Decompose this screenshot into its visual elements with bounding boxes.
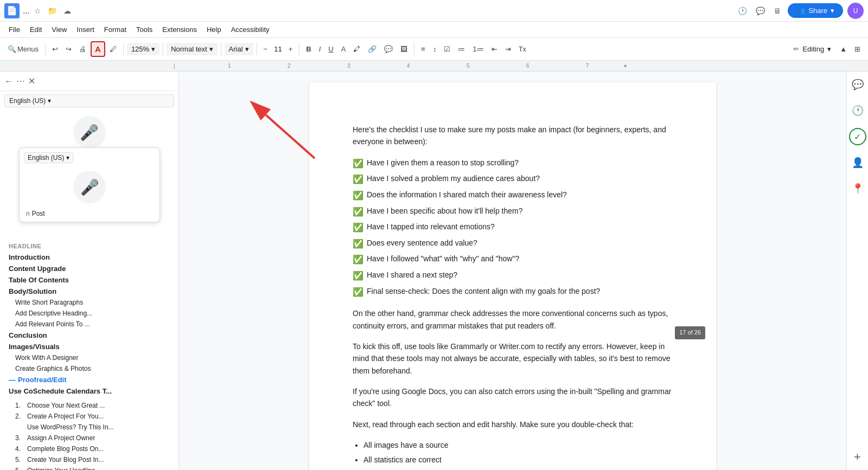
outline-item-toc[interactable]: Table Of Contents	[0, 274, 178, 286]
outline-numbered-wp[interactable]: Use WordPress? Try This In...	[0, 422, 178, 433]
comment-button[interactable]: 💬	[754, 5, 767, 16]
line-spacing-button[interactable]: ↕	[430, 43, 440, 55]
paint-format-2-button[interactable]: 🖊	[106, 43, 120, 55]
editing-mode-button[interactable]: ✏ Editing ▾	[789, 43, 835, 55]
outline-numbered-4[interactable]: 4. Complete Blog Posts On...	[0, 443, 178, 454]
outline-item-descriptive-heading[interactable]: Add Descriptive Heading...	[0, 308, 178, 319]
doc-icon: 📄	[4, 3, 20, 18]
zoom-select[interactable]: 125% ▾	[127, 43, 159, 55]
num-1: 1.	[15, 402, 25, 409]
menu-tools[interactable]: Tools	[132, 23, 157, 36]
sidebar-top: ← ⋯ ✕	[0, 72, 178, 91]
outline-numbered-6[interactable]: 6. Optimize Your Headline	[0, 465, 178, 470]
checklist-item-8: ✅ Have I shared a next step?	[353, 269, 673, 283]
clock-history-button[interactable]: 🕐	[736, 5, 749, 16]
share-button[interactable]: 👥 Share ▾	[788, 3, 843, 18]
outline-item-content-upgrade[interactable]: Content Upgrade	[0, 263, 178, 274]
undo-button[interactable]: ↩	[49, 43, 61, 55]
redo-button[interactable]: ↪	[62, 43, 75, 55]
outline-item-coschedule[interactable]: Use CoSchedule Calendars T...	[0, 385, 178, 397]
outline-item-images[interactable]: Images/Visuals	[0, 341, 178, 352]
bold-button[interactable]: B	[303, 43, 314, 55]
highlight-button[interactable]: 🖍	[350, 43, 363, 55]
menu-format[interactable]: Format	[100, 23, 131, 36]
popup-mic-button[interactable]: 🎤	[73, 171, 106, 203]
cloud-button[interactable]: ☁	[61, 5, 73, 16]
bullets-button[interactable]: ≔	[455, 43, 468, 55]
link-button[interactable]: 🔗	[365, 43, 380, 55]
text-style-chevron: ▾	[209, 45, 213, 53]
sidebar-menu-button[interactable]: ⋯	[16, 76, 25, 86]
menu-insert[interactable]: Insert	[72, 23, 99, 36]
voice-popup-header: English (US) ▾	[24, 152, 155, 163]
language-selector[interactable]: English (US) ▾	[4, 94, 174, 107]
bullet-item-3: All quotes are accurate	[363, 468, 673, 470]
font-increase-button[interactable]: +	[285, 43, 296, 55]
outline-item-graphics[interactable]: Create Graphics & Photos	[0, 363, 178, 374]
outline-numbered-3[interactable]: 3. Assign A Project Owner	[0, 433, 178, 443]
doc-area[interactable]: Here's the checklist I use to make sure …	[179, 72, 846, 470]
outline-numbered-1[interactable]: 1. Choose Your Next Great ...	[0, 400, 178, 411]
menu-accessibility[interactable]: Accessibility	[227, 23, 274, 36]
paint-format-button[interactable]: A	[91, 41, 105, 57]
right-chat-button[interactable]: 💬	[849, 76, 866, 93]
outline-section: Headline Introduction Content Upgrade Ta…	[0, 241, 178, 470]
svg-line-1	[266, 115, 315, 158]
print-button[interactable]: 🖨	[76, 43, 90, 55]
outline-item-short-paragraphs[interactable]: Write Short Paragraphs	[0, 297, 178, 308]
menu-view[interactable]: View	[47, 23, 71, 36]
ruler: | 1 2 3 4 5 6 7 ▾	[0, 61, 868, 72]
align-button[interactable]: ≡	[418, 43, 429, 55]
indent-less-button[interactable]: ⇤	[488, 43, 501, 55]
sidebar-close-button[interactable]: ✕	[28, 76, 35, 86]
zoom-chevron: ▾	[151, 45, 155, 53]
indent-more-button[interactable]: ⇥	[502, 43, 514, 55]
menu-edit[interactable]: Edit	[25, 23, 46, 36]
text-color-button[interactable]: A	[338, 43, 349, 55]
right-user-button[interactable]: 👤	[849, 154, 866, 171]
screen-button[interactable]: 🖥	[771, 5, 783, 16]
star-button[interactable]: ☆	[32, 5, 43, 16]
image-button[interactable]: 🖼	[397, 43, 411, 55]
collapse-toolbar-button[interactable]: ▲	[837, 43, 850, 55]
outline-item-conclusion-top[interactable]: Conclusion	[0, 330, 178, 341]
lang-label: English (US)	[9, 97, 46, 105]
label-4: Complete Blog Posts On...	[27, 445, 104, 453]
underline-button[interactable]: U	[325, 43, 336, 55]
numbered-list-button[interactable]: 1≔	[469, 43, 487, 55]
right-panel: 💬 🕐 ✓ 👤 📍 +	[846, 72, 868, 470]
popup-lang-selector[interactable]: English (US) ▾	[24, 152, 73, 163]
outline-item-introduction[interactable]: Introduction	[0, 252, 178, 263]
outline-item-designer[interactable]: Work With A Designer	[0, 352, 178, 363]
clear-format-button[interactable]: Tx	[515, 43, 529, 55]
checklist-item-9: ✅ Final sense-check: Does the content al…	[353, 285, 673, 299]
right-clock-button[interactable]: 🕐	[849, 102, 866, 119]
italic-button[interactable]: I	[316, 43, 324, 55]
outline-item-relevant-points[interactable]: Add Relevant Points To ...	[0, 319, 178, 330]
side-panel-button[interactable]: ⊞	[851, 43, 864, 55]
menu-extensions[interactable]: Extensions	[158, 23, 201, 36]
sidebar-back-button[interactable]: ←	[4, 76, 13, 86]
outline-item-proofread[interactable]: —Proofread/Edit	[0, 374, 178, 385]
checklist-button[interactable]: ☑	[441, 43, 454, 55]
font-decrease-button[interactable]: −	[260, 43, 271, 55]
font-select[interactable]: Arial ▾	[225, 43, 253, 55]
menu-help[interactable]: Help	[202, 23, 226, 36]
right-spellcheck-button[interactable]: ✓	[849, 128, 866, 145]
check-icon-9: ✅	[353, 285, 363, 299]
comment-inline-button[interactable]: 💬	[381, 43, 396, 55]
mic-button[interactable]: 🎤	[73, 116, 106, 149]
outline-numbered-2[interactable]: 2. Create A Project For You...	[0, 411, 178, 422]
doc-para4: Next, read through each section and edit…	[353, 419, 673, 430]
outline-numbered-5[interactable]: 5. Create Your Blog Post In...	[0, 454, 178, 465]
share-chevron: ▾	[831, 7, 834, 15]
bullet-list: All images have a source All statistics …	[363, 439, 673, 470]
separator-3	[163, 43, 163, 56]
right-maps-button[interactable]: 📍	[849, 180, 866, 197]
folder-button[interactable]: 📁	[46, 5, 59, 16]
menu-file[interactable]: File	[4, 23, 24, 36]
right-plus-button[interactable]: +	[849, 448, 866, 466]
search-menus-button[interactable]: 🔍 Menus	[4, 43, 42, 55]
text-style-select[interactable]: Normal text ▾	[167, 43, 217, 55]
outline-item-body[interactable]: Body/Solution	[0, 286, 178, 297]
